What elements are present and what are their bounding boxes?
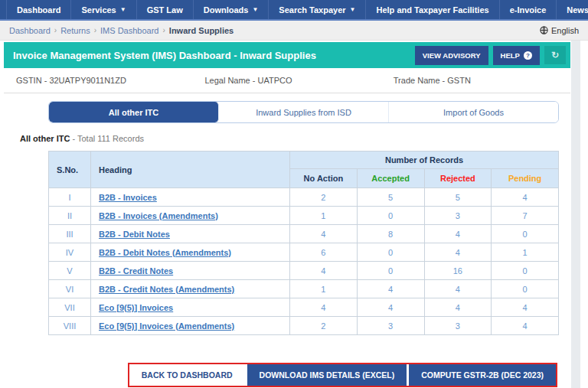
heading-link[interactable]: B2B - Credit Notes (Amendments) bbox=[99, 285, 234, 294]
pending-count: 1 bbox=[492, 243, 559, 262]
accepted-count: 0 bbox=[357, 243, 424, 262]
tab-all-other-itc[interactable]: All other ITC bbox=[49, 102, 219, 122]
rejected-count: 4 bbox=[424, 243, 492, 262]
heading-link[interactable]: B2B - Invoices (Amendments) bbox=[99, 211, 218, 220]
view-advisory-button[interactable]: VIEW ADVISORY bbox=[415, 46, 488, 65]
no-action-count: 2 bbox=[290, 317, 358, 335]
pending-count: 4 bbox=[492, 188, 559, 207]
refresh-icon: ↻ bbox=[551, 50, 559, 60]
help-button[interactable]: HELP? bbox=[493, 46, 540, 65]
row-sno: IV bbox=[49, 243, 91, 262]
nav-item-search-taxpayer[interactable]: Search Taxpayer▼ bbox=[269, 0, 366, 19]
accepted-count: 4 bbox=[357, 298, 424, 317]
rejected-count: 5 bbox=[424, 188, 492, 207]
rejected-count: 4 bbox=[424, 298, 492, 317]
breadcrumb-current: Inward Supplies bbox=[169, 26, 234, 35]
top-navigation: Dashboard Services▼ GST Law Downloads▼ S… bbox=[0, 0, 588, 21]
language-selector[interactable]: English bbox=[540, 26, 579, 35]
row-sno: II bbox=[49, 207, 91, 225]
rejected-count: 3 bbox=[424, 207, 492, 225]
heading-link[interactable]: B2B - Invoices bbox=[99, 193, 157, 202]
pending-count: 7 bbox=[492, 207, 559, 225]
row-sno: III bbox=[49, 225, 91, 243]
question-mark-icon: ? bbox=[524, 51, 532, 60]
pending-count: 4 bbox=[492, 317, 559, 335]
accepted-count: 0 bbox=[357, 262, 424, 280]
heading-link[interactable]: Eco [9(5)] Invoices bbox=[99, 303, 173, 312]
tab-inward-supplies-from-isd[interactable]: Inward Supplies from ISD bbox=[219, 102, 389, 122]
download-ims-details-button[interactable]: DOWNLOAD IMS DETAILS (EXCEL) bbox=[245, 364, 407, 386]
column-header-rejected: Rejected bbox=[424, 169, 492, 188]
records-summary-title: All other ITC bbox=[20, 134, 70, 143]
language-label: English bbox=[551, 26, 579, 35]
no-action-count: 4 bbox=[290, 225, 358, 243]
no-action-count: 6 bbox=[290, 243, 358, 262]
back-to-dashboard-button[interactable]: BACK TO DASHBOARD bbox=[129, 364, 245, 386]
table-row: I B2B - Invoices 2 5 5 4 bbox=[49, 188, 559, 207]
accepted-count: 4 bbox=[357, 280, 424, 298]
chevron-down-icon: ▼ bbox=[350, 7, 356, 13]
row-heading-link-cell: B2B - Debit Notes bbox=[91, 225, 290, 243]
row-heading-link-cell: B2B - Debit Notes (Amendments) bbox=[91, 243, 290, 262]
scrollbar-track[interactable] bbox=[571, 41, 580, 388]
trade-name-value: Trade Name - GSTN bbox=[381, 76, 570, 85]
table-row: VII Eco [9(5)] Invoices 4 4 4 4 bbox=[49, 298, 559, 317]
legal-name-value: Legal Name - UATPCO bbox=[192, 76, 381, 85]
heading-link[interactable]: B2B - Credit Notes bbox=[99, 266, 173, 276]
pending-count: 0 bbox=[492, 280, 559, 298]
row-heading-link-cell: Eco [9(5)] Invoices bbox=[91, 298, 290, 317]
breadcrumb-link-ims-dashboard[interactable]: IMS Dashboard bbox=[100, 26, 158, 35]
breadcrumb-separator: › bbox=[94, 26, 96, 34]
pending-count: 0 bbox=[492, 225, 559, 243]
column-header-no-action: No Action bbox=[290, 169, 358, 188]
rejected-count: 16 bbox=[424, 262, 492, 280]
nav-item-downloads[interactable]: Downloads▼ bbox=[194, 0, 270, 19]
rejected-count: 3 bbox=[424, 317, 492, 335]
heading-link[interactable]: Eco [9(5)] Invoices (Amendments) bbox=[99, 321, 234, 331]
breadcrumb-link-returns[interactable]: Returns bbox=[60, 26, 90, 35]
row-sno: V bbox=[49, 262, 91, 280]
rejected-count: 4 bbox=[424, 280, 492, 298]
nav-item-dashboard[interactable]: Dashboard bbox=[6, 0, 71, 19]
pending-count: 4 bbox=[492, 298, 559, 317]
page-header: Invoice Management System (IMS) Dashboar… bbox=[4, 42, 570, 68]
heading-link[interactable]: B2B - Debit Notes bbox=[99, 230, 170, 239]
tab-content-area: All other ITC Inward Supplies from ISD I… bbox=[4, 101, 570, 387]
heading-link[interactable]: B2B - Debit Notes (Amendments) bbox=[99, 248, 231, 257]
nav-item-news-updates[interactable]: News and Updates bbox=[557, 0, 588, 19]
accepted-count: 8 bbox=[357, 225, 424, 243]
row-sno: VII bbox=[49, 298, 91, 317]
main-content: Invoice Management System (IMS) Dashboar… bbox=[4, 42, 570, 387]
breadcrumb: Dashboard › Returns › IMS Dashboard › In… bbox=[0, 21, 588, 41]
breadcrumb-separator: › bbox=[54, 26, 57, 34]
nav-item-services[interactable]: Services▼ bbox=[71, 0, 136, 19]
no-action-count: 1 bbox=[290, 280, 358, 298]
pending-count: 0 bbox=[492, 262, 559, 280]
compute-gstr-2b-button[interactable]: COMPUTE GSTR-2B (DEC 2023) bbox=[407, 364, 556, 386]
column-header-accepted: Accepted bbox=[357, 169, 424, 188]
records-summary: All other ITC - Total 111 Records bbox=[20, 134, 559, 143]
nav-item-e-invoice[interactable]: e-Invoice bbox=[500, 0, 557, 19]
column-header-sno: S.No. bbox=[49, 152, 91, 188]
row-heading-link-cell: B2B - Credit Notes (Amendments) bbox=[91, 280, 290, 298]
no-action-count: 2 bbox=[290, 188, 358, 207]
table-row: III B2B - Debit Notes 4 8 4 0 bbox=[49, 225, 559, 243]
tab-import-of-goods[interactable]: Import of Goods bbox=[389, 102, 558, 122]
table-row: IV B2B - Debit Notes (Amendments) 6 0 4 … bbox=[49, 243, 559, 262]
row-heading-link-cell: B2B - Invoices bbox=[91, 188, 290, 207]
refresh-button[interactable]: ↻ bbox=[544, 46, 566, 64]
nav-item-gst-law[interactable]: GST Law bbox=[137, 0, 194, 19]
no-action-count: 1 bbox=[290, 207, 358, 225]
breadcrumb-link-dashboard[interactable]: Dashboard bbox=[9, 26, 51, 35]
row-heading-link-cell: Eco [9(5)] Invoices (Amendments) bbox=[91, 317, 290, 335]
nav-item-help-facilities[interactable]: Help and Taxpayer Facilities bbox=[366, 0, 499, 19]
rejected-count: 4 bbox=[424, 225, 492, 243]
row-heading-link-cell: B2B - Invoices (Amendments) bbox=[91, 207, 290, 225]
table-row: II B2B - Invoices (Amendments) 1 0 3 7 bbox=[49, 207, 559, 225]
accepted-count: 0 bbox=[357, 207, 424, 225]
ims-dashboard-page: Dashboard Services▼ GST Law Downloads▼ S… bbox=[0, 0, 588, 388]
table-row: VIII Eco [9(5)] Invoices (Amendments) 2 … bbox=[49, 317, 559, 335]
records-table: S.No. Heading Number of Records No Actio… bbox=[48, 151, 559, 335]
no-action-count: 4 bbox=[290, 298, 358, 317]
column-header-heading: Heading bbox=[91, 152, 290, 188]
